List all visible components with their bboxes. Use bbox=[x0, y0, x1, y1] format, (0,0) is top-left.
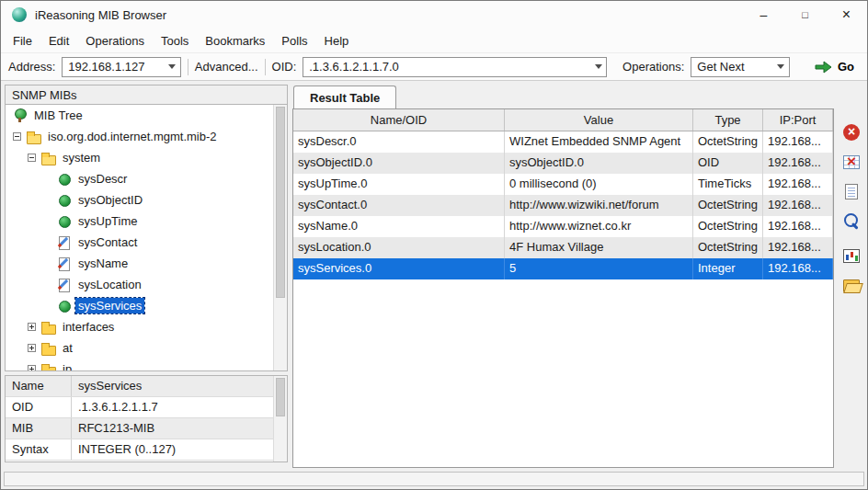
toolbar-separator bbox=[188, 59, 188, 75]
table-row[interactable]: sysUpTime.0 0 millisecond (0) TimeTicks … bbox=[293, 174, 833, 195]
tree-item[interactable]: sysLocation bbox=[6, 274, 273, 295]
export-document-button[interactable] bbox=[840, 180, 862, 202]
menu-item[interactable]: Operations bbox=[77, 30, 153, 51]
property-row: OID .1.3.6.1.2.1.1.7 bbox=[6, 397, 273, 418]
folder-closed-icon bbox=[41, 320, 55, 334]
column-header[interactable]: Name/OID bbox=[293, 109, 505, 131]
menu-item[interactable]: Bookmarks bbox=[197, 30, 273, 51]
oid-combo[interactable]: .1.3.6.1.2.1.1.7.0 bbox=[303, 57, 607, 77]
expander-icon[interactable] bbox=[28, 344, 36, 352]
expander-icon[interactable] bbox=[28, 365, 36, 370]
cell-ip-port: 192.168... bbox=[763, 237, 833, 258]
table-row[interactable]: sysServices.0 5 Integer 192.168... bbox=[293, 258, 833, 279]
property-label: MIB bbox=[6, 418, 72, 439]
cell-ip-port: 192.168... bbox=[763, 195, 833, 216]
mib-panel-header: SNMP MIBs bbox=[5, 85, 288, 105]
cell-type: Integer bbox=[693, 258, 763, 279]
oid-label: OID: bbox=[272, 60, 297, 74]
property-label: Name bbox=[6, 376, 72, 396]
tree-item-label: sysUpTime bbox=[75, 213, 141, 229]
toolbar: Address: 192.168.1.127 Advanced... OID: … bbox=[1, 52, 867, 81]
tree-item-label: sysServices bbox=[75, 298, 144, 313]
address-value[interactable]: 192.168.1.127 bbox=[63, 60, 165, 74]
properties-scrollbar[interactable] bbox=[273, 376, 287, 462]
tree-item[interactable]: interfaces bbox=[6, 316, 273, 337]
close-button[interactable]: × bbox=[826, 1, 867, 28]
result-tab-row: Result Table bbox=[292, 85, 834, 109]
tree-item[interactable]: at bbox=[6, 337, 273, 359]
result-table-header: Name/OIDValueTypeIP:Port bbox=[293, 109, 833, 131]
go-button[interactable]: Go bbox=[809, 58, 860, 76]
tree-item-label: sysLocation bbox=[75, 277, 144, 292]
tree-item[interactable]: iso.org.dod.internet.mgmt.mib-2 bbox=[6, 126, 273, 147]
operations-combo[interactable]: Get Next bbox=[691, 57, 790, 77]
menu-item[interactable]: Help bbox=[316, 30, 358, 51]
cell-name-oid: sysUpTime.0 bbox=[293, 174, 505, 195]
expander-icon[interactable] bbox=[13, 132, 21, 141]
chevron-down-icon[interactable] bbox=[590, 58, 606, 76]
menu-item[interactable]: Edit bbox=[40, 30, 77, 51]
tree-scrollbar-thumb[interactable] bbox=[276, 107, 285, 298]
menu-item[interactable]: File bbox=[5, 30, 40, 51]
table-row[interactable]: sysDescr.0 WIZnet Embedded SNMP Agent Oc… bbox=[293, 131, 833, 153]
expander-icon[interactable] bbox=[28, 323, 36, 331]
menu-item[interactable]: Polls bbox=[273, 30, 315, 51]
cell-name-oid: sysContact.0 bbox=[293, 195, 505, 216]
column-header[interactable]: Type bbox=[693, 109, 763, 131]
address-combo[interactable]: 192.168.1.127 bbox=[62, 57, 181, 77]
cell-type: OctetString bbox=[693, 195, 763, 216]
tree-item[interactable]: sysName bbox=[6, 253, 273, 274]
table-row[interactable]: sysContact.0 http://www.wizwiki.net/foru… bbox=[293, 195, 833, 216]
cell-value: sysObjectID.0 bbox=[505, 153, 693, 174]
leaf-icon bbox=[57, 299, 71, 313]
tree-item[interactable]: sysUpTime bbox=[6, 211, 273, 232]
tree-item-label: sysContact bbox=[75, 234, 140, 250]
column-header[interactable]: Value bbox=[505, 109, 693, 131]
cell-name-oid: sysLocation.0 bbox=[293, 237, 505, 258]
tree-item[interactable]: sysObjectID bbox=[6, 189, 273, 211]
result-table-body: sysDescr.0 WIZnet Embedded SNMP Agent Oc… bbox=[293, 131, 833, 467]
property-row: Name sysServices bbox=[6, 376, 273, 397]
minimize-button[interactable]: – bbox=[743, 1, 784, 28]
tab-result-table[interactable]: Result Table bbox=[293, 85, 396, 109]
toolbar-separator bbox=[265, 59, 266, 75]
clear-table-button[interactable] bbox=[840, 151, 862, 173]
menu-bar: FileEditOperationsToolsBookmarksPollsHel… bbox=[1, 28, 867, 52]
graph-button[interactable] bbox=[840, 245, 862, 267]
cell-value: 5 bbox=[505, 258, 693, 279]
tree-item[interactable]: sysServices bbox=[6, 295, 273, 316]
chevron-down-icon[interactable] bbox=[165, 58, 180, 76]
find-button[interactable] bbox=[840, 210, 862, 232]
cell-name-oid: sysDescr.0 bbox=[293, 131, 505, 153]
go-label: Go bbox=[838, 60, 854, 74]
menu-item[interactable]: Tools bbox=[153, 30, 197, 51]
oid-value[interactable]: .1.3.6.1.2.1.1.7.0 bbox=[303, 60, 590, 74]
tree-item[interactable]: system bbox=[6, 147, 273, 168]
cell-value: 4F Humax Village bbox=[505, 237, 693, 258]
advanced-button[interactable]: Advanced... bbox=[195, 60, 258, 74]
cell-value: WIZnet Embedded SNMP Agent bbox=[505, 131, 693, 153]
export-document-icon bbox=[845, 184, 858, 199]
expander-icon[interactable] bbox=[28, 154, 36, 162]
result-table: Name/OIDValueTypeIP:Port sysDescr.0 WIZn… bbox=[292, 108, 834, 468]
column-header[interactable]: IP:Port bbox=[763, 109, 833, 131]
table-row[interactable]: sysObjectID.0 sysObjectID.0 OID 192.168.… bbox=[293, 153, 833, 174]
tree-item[interactable]: sysDescr bbox=[6, 168, 273, 189]
table-row[interactable]: sysLocation.0 4F Humax Village OctetStri… bbox=[293, 237, 833, 258]
tree-item[interactable]: sysContact bbox=[6, 232, 273, 253]
tree-scrollbar[interactable] bbox=[273, 105, 287, 370]
cell-type: TimeTicks bbox=[693, 174, 763, 195]
open-folder-button[interactable] bbox=[840, 274, 862, 296]
chevron-down-icon[interactable] bbox=[773, 58, 789, 76]
window-controls: – □ × bbox=[743, 1, 867, 28]
address-label: Address: bbox=[8, 60, 55, 74]
maximize-button[interactable]: □ bbox=[784, 1, 826, 28]
cell-ip-port: 192.168... bbox=[763, 153, 833, 174]
table-row[interactable]: sysName.0 http://www.wiznet.co.kr OctetS… bbox=[293, 216, 833, 237]
operations-value[interactable]: Get Next bbox=[691, 60, 773, 74]
tree-item[interactable]: MIB Tree bbox=[6, 105, 273, 126]
properties-scrollbar-thumb[interactable] bbox=[276, 378, 285, 416]
tree-item-label: sysObjectID bbox=[75, 192, 145, 208]
tree-item[interactable]: ip bbox=[6, 359, 273, 370]
stop-button[interactable] bbox=[840, 121, 862, 143]
